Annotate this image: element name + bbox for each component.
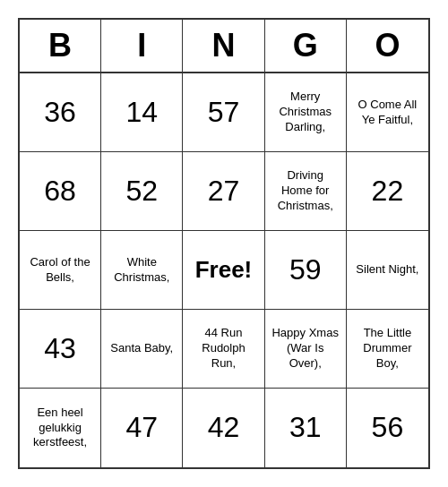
bingo-cell: Happy Xmas (War Is Over), (265, 310, 347, 389)
bingo-header: BINGO (20, 20, 428, 73)
header-letter: B (20, 20, 101, 72)
bingo-cell: 31 (265, 389, 347, 467)
bingo-cell: The Little Drummer Boy, (347, 310, 428, 389)
bingo-cell: 36 (20, 73, 101, 152)
bingo-cell: White Christmas, (101, 231, 183, 310)
bingo-grid: 361457Merry Christmas Darling,O Come All… (20, 73, 428, 467)
bingo-card: BINGO 361457Merry Christmas Darling,O Co… (18, 18, 430, 469)
bingo-cell: 44 Run Rudolph Run, (183, 310, 264, 389)
bingo-cell: 57 (183, 73, 264, 152)
bingo-cell: 52 (101, 152, 183, 231)
bingo-cell: 14 (101, 73, 183, 152)
bingo-cell: 42 (183, 389, 264, 467)
bingo-cell: Free! (183, 231, 264, 310)
header-letter: N (183, 20, 264, 72)
header-letter: G (265, 20, 347, 72)
bingo-cell: Merry Christmas Darling, (265, 73, 347, 152)
bingo-cell: 56 (347, 389, 428, 467)
bingo-cell: 47 (101, 389, 183, 467)
bingo-cell: 68 (20, 152, 101, 231)
bingo-cell: 43 (20, 310, 101, 389)
bingo-cell: 59 (265, 231, 347, 310)
bingo-cell: Driving Home for Christmas, (265, 152, 347, 231)
header-letter: I (101, 20, 183, 72)
bingo-cell: O Come All Ye Faitful, (347, 73, 428, 152)
bingo-cell: Carol of the Bells, (20, 231, 101, 310)
bingo-cell: 27 (183, 152, 264, 231)
bingo-cell: Een heel gelukkig kerstfeest, (20, 389, 101, 467)
bingo-cell: 22 (347, 152, 428, 231)
bingo-cell: Santa Baby, (101, 310, 183, 389)
header-letter: O (347, 20, 428, 72)
bingo-cell: Silent Night, (347, 231, 428, 310)
